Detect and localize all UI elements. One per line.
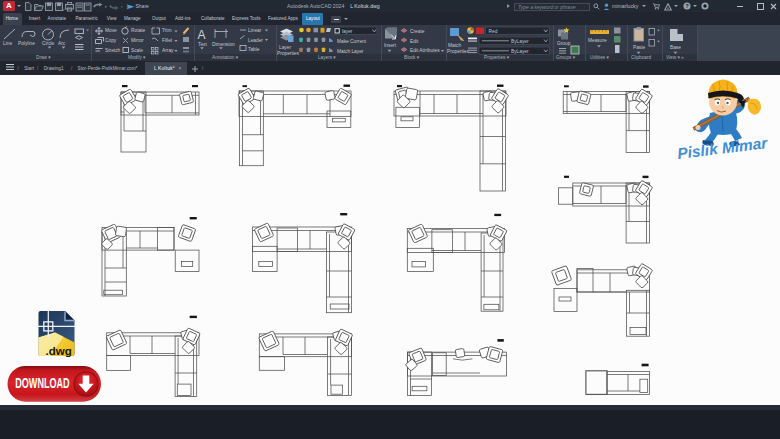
svg-text:Create: Create	[410, 29, 425, 34]
svg-text:A: A	[198, 28, 206, 42]
svg-text:Line: Line	[3, 41, 12, 46]
svg-text:Leader: Leader	[248, 38, 263, 43]
svg-text:Red: Red	[489, 29, 498, 34]
svg-text:Trim: Trim	[162, 28, 171, 33]
svg-text:Paste: Paste	[633, 45, 646, 50]
svg-text:Text: Text	[198, 42, 207, 47]
svg-text:DOWNLOAD: DOWNLOAD	[15, 375, 69, 391]
svg-text:Properties: Properties	[447, 49, 469, 54]
svg-text:Match Layer: Match Layer	[337, 49, 364, 54]
svg-text:layer: layer	[342, 29, 353, 34]
svg-text:Linear: Linear	[248, 28, 262, 33]
svg-text:Measure: Measure	[588, 38, 607, 43]
svg-text:Dimension: Dimension	[212, 42, 235, 47]
svg-text:.dwg: .dwg	[46, 345, 72, 357]
svg-text:Scale: Scale	[131, 48, 143, 53]
svg-text:Stretch: Stretch	[105, 48, 121, 53]
svg-text:Copy: Copy	[105, 38, 117, 43]
svg-text:Properties: Properties	[277, 51, 299, 56]
svg-text:Group: Group	[557, 41, 571, 46]
svg-text:Rotate: Rotate	[131, 28, 145, 33]
svg-text:Move: Move	[105, 28, 117, 33]
svg-text:Pislik Mimar: Pislik Mimar	[676, 134, 769, 162]
svg-text:Array: Array	[162, 48, 174, 53]
svg-text:Table: Table	[248, 47, 260, 52]
svg-text:Match: Match	[448, 43, 461, 48]
svg-text:Polyline: Polyline	[18, 41, 35, 46]
svg-text:Layer: Layer	[279, 45, 291, 50]
svg-text:?: ?	[685, 3, 689, 9]
svg-text:Arc: Arc	[58, 41, 66, 46]
svg-text:Base: Base	[670, 45, 681, 50]
svg-text:Edit Attributes: Edit Attributes	[410, 48, 440, 53]
svg-text:Insert: Insert	[384, 43, 397, 48]
svg-text:Edit: Edit	[410, 39, 419, 44]
svg-text:ByLayer: ByLayer	[511, 39, 529, 44]
svg-text:ByLayer: ByLayer	[511, 49, 529, 54]
svg-text:Circle: Circle	[42, 41, 55, 46]
svg-text:Make Current: Make Current	[337, 39, 367, 44]
svg-text:Mirror: Mirror	[131, 38, 144, 43]
svg-text:Fillet: Fillet	[162, 38, 173, 43]
